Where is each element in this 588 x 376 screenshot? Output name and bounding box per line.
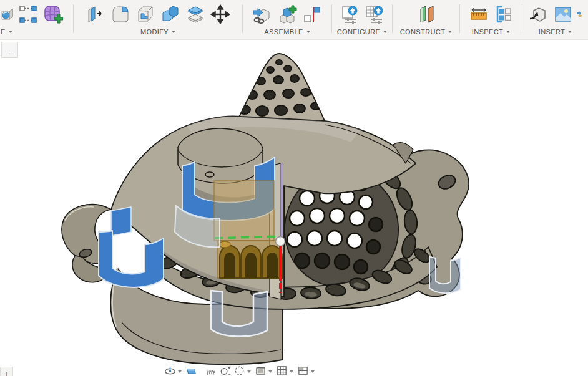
section-analysis-icon xyxy=(494,4,514,24)
timeline-expand-button[interactable]: + xyxy=(0,367,13,376)
display-settings-icon xyxy=(255,365,267,376)
press-pull-button[interactable] xyxy=(84,2,107,26)
group-label-insert[interactable]: INSERT xyxy=(522,26,588,37)
joint-icon xyxy=(302,4,322,24)
model-gold-cups xyxy=(219,241,282,278)
model-cone[interactable] xyxy=(238,54,325,123)
caret-down-icon xyxy=(268,370,272,373)
derive-button[interactable] xyxy=(526,2,550,26)
canvas-icon xyxy=(553,4,573,24)
toolbar-group-construct: CONSTRUCT xyxy=(393,0,459,39)
insert-mesh-button[interactable] xyxy=(576,2,585,26)
construct-plane-icon xyxy=(416,4,436,24)
fusion360-window: E xyxy=(0,0,588,376)
navbar-pan-button[interactable] xyxy=(203,365,218,376)
group-label-create[interactable]: E xyxy=(0,26,73,37)
model-section-box[interactable] xyxy=(214,181,282,278)
canvas-button[interactable] xyxy=(551,2,575,26)
toolbar-group-create: E xyxy=(0,0,73,39)
caret-down-icon xyxy=(290,370,293,373)
group-label-inspect[interactable]: INSPECT xyxy=(460,26,522,37)
toolbar-group-inspect: INSPECT xyxy=(460,0,522,39)
group-label-assemble[interactable]: ASSEMBLE xyxy=(243,26,331,37)
navbar-orbit-button[interactable] xyxy=(163,365,184,376)
construct-plane-button[interactable] xyxy=(414,2,438,26)
manipulator-origin-handle[interactable] xyxy=(276,237,285,246)
move-copy-button[interactable] xyxy=(208,2,232,26)
move-copy-icon xyxy=(210,4,230,24)
section-analysis-button[interactable] xyxy=(492,2,516,26)
cad-model-viewport[interactable] xyxy=(0,0,588,376)
shell-button[interactable] xyxy=(134,2,157,26)
configuration-table-button[interactable] xyxy=(363,2,386,26)
toolbar-group-modify: MODIFY xyxy=(74,0,242,39)
navbar-fit-button[interactable] xyxy=(232,365,253,376)
fit-icon xyxy=(233,365,245,376)
grid-icon xyxy=(276,365,288,376)
offset-face-icon xyxy=(185,4,205,24)
shell-icon xyxy=(135,4,155,24)
press-pull-icon xyxy=(86,4,105,24)
viewports-icon xyxy=(297,365,309,376)
navbar-look-at-button[interactable] xyxy=(184,365,198,376)
toolbar-group-insert: INSERT xyxy=(522,0,588,39)
zoom-icon xyxy=(219,365,231,376)
derive-icon xyxy=(528,4,548,24)
insert-component-button[interactable] xyxy=(250,2,274,26)
sphere-cube-icon xyxy=(1,4,14,24)
create-form-button[interactable] xyxy=(41,2,65,26)
view-navigation-bar xyxy=(163,365,317,376)
joint-button[interactable] xyxy=(300,2,324,26)
group-label-construct[interactable]: CONSTRUCT xyxy=(393,26,459,37)
measure-button[interactable] xyxy=(467,2,491,26)
caret-down-icon xyxy=(247,370,251,373)
combine-icon xyxy=(160,4,180,24)
orbit-icon xyxy=(164,365,176,376)
browser-collapse-button[interactable]: – xyxy=(1,42,18,58)
insert-component-icon xyxy=(252,4,272,24)
combine-button[interactable] xyxy=(159,2,182,26)
configuration-icon xyxy=(340,4,360,24)
new-component-icon xyxy=(277,4,297,24)
selection-set-button[interactable] xyxy=(16,2,40,26)
selection-set-icon xyxy=(18,4,38,24)
toolbar-group-assemble: ASSEMBLE xyxy=(243,0,331,39)
main-toolbar: E xyxy=(0,0,588,40)
pan-hand-icon xyxy=(205,365,217,376)
fillet-button[interactable] xyxy=(109,2,132,26)
look-at-icon xyxy=(185,365,197,376)
insert-mesh-icon xyxy=(577,4,584,24)
measure-icon xyxy=(469,4,489,24)
new-component-button[interactable] xyxy=(275,2,299,26)
configuration-table-icon xyxy=(365,4,385,24)
sphere-cube-button[interactable] xyxy=(0,2,15,26)
group-label-modify[interactable]: MODIFY xyxy=(74,26,242,37)
caret-down-icon xyxy=(311,370,315,373)
caret-down-icon xyxy=(178,370,182,373)
toolbar-group-configure: CONFIGURE xyxy=(332,0,392,39)
navbar-display-settings-button[interactable] xyxy=(253,365,275,376)
navbar-zoom-button[interactable] xyxy=(218,365,232,376)
offset-face-button[interactable] xyxy=(184,2,207,26)
navbar-viewports-button[interactable] xyxy=(296,365,317,376)
configuration-button[interactable] xyxy=(338,2,361,26)
fillet-icon xyxy=(110,4,130,24)
navbar-grid-settings-button[interactable] xyxy=(275,365,296,376)
create-form-icon xyxy=(43,4,63,24)
group-label-configure[interactable]: CONFIGURE xyxy=(332,26,392,37)
